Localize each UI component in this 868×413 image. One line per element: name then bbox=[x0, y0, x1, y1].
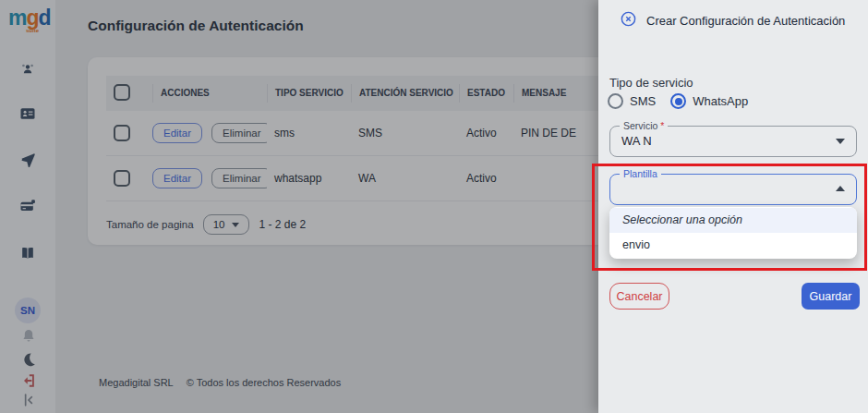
radio-label: SMS bbox=[630, 94, 656, 108]
radio-option-sms[interactable]: SMS bbox=[608, 93, 656, 109]
modal-backdrop[interactable] bbox=[0, 0, 598, 413]
radio-label: WhatsApp bbox=[693, 94, 748, 108]
plantilla-select[interactable]: Plantilla bbox=[609, 174, 857, 205]
radio-option-whatsapp[interactable]: WhatsApp bbox=[670, 93, 748, 109]
menu-item-placeholder[interactable]: Seleccionar una opción bbox=[609, 208, 857, 233]
chevron-down-icon bbox=[836, 139, 845, 144]
plantilla-dropdown-menu: Seleccionar una opción envio bbox=[609, 207, 857, 259]
servicio-select[interactable]: Servicio * WA N bbox=[609, 126, 857, 157]
service-type-radio-group: SMS WhatsApp bbox=[608, 93, 748, 109]
radio-button-icon[interactable] bbox=[670, 93, 686, 109]
required-asterisk: * bbox=[660, 120, 664, 131]
chevron-up-icon bbox=[836, 186, 845, 191]
menu-item-envio[interactable]: envio bbox=[609, 233, 857, 258]
cancel-button[interactable]: Cancelar bbox=[609, 283, 669, 310]
radio-button-icon[interactable] bbox=[608, 93, 623, 109]
close-icon[interactable] bbox=[620, 10, 637, 28]
servicio-value: WA N bbox=[621, 127, 652, 155]
save-button[interactable]: Guardar bbox=[802, 283, 860, 310]
create-auth-config-drawer: Crear Configuración de Autenticación Tip… bbox=[598, 0, 868, 413]
service-type-label: Tipo de servicio bbox=[609, 76, 693, 90]
drawer-title: Crear Configuración de Autenticación bbox=[646, 14, 845, 28]
plantilla-label: Plantilla bbox=[620, 168, 661, 179]
